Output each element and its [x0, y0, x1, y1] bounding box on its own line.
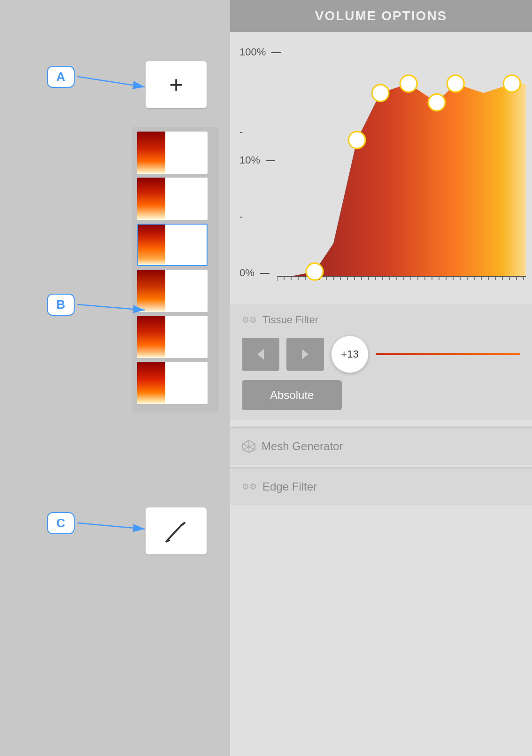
svg-line-53 — [181, 523, 185, 525]
previous-button[interactable] — [242, 338, 279, 371]
right-arrow-icon — [298, 347, 312, 361]
y-label-0: 0% — [239, 267, 270, 279]
y-label-100: 100% — [239, 46, 281, 58]
right-panel: VOLUME OPTIONS 100% - 10% - 0% — [230, 0, 532, 756]
edge-filter-section: ⚙⚙ Edge Filter — [230, 468, 532, 505]
filter-slider[interactable] — [376, 353, 520, 355]
tissue-filter-label: Tissue Filter — [262, 314, 318, 326]
absolute-button[interactable]: Absolute — [242, 380, 342, 410]
colormap-strip-6[interactable] — [137, 362, 208, 404]
svg-marker-47 — [302, 349, 308, 359]
colormap-strip-2[interactable] — [137, 178, 208, 220]
colormap-strip-5[interactable] — [137, 316, 208, 358]
svg-point-39 — [306, 263, 323, 280]
edit-button[interactable] — [146, 507, 207, 554]
next-button[interactable] — [286, 338, 324, 371]
colormap-strip-1[interactable] — [137, 132, 208, 174]
svg-marker-46 — [257, 349, 264, 359]
value-display: +13 — [331, 335, 369, 373]
add-button[interactable]: + — [146, 61, 207, 108]
chart-area: 100% - 10% - 0% — [230, 41, 532, 304]
y-label-dash2: - — [239, 210, 243, 223]
svg-point-45 — [503, 75, 520, 92]
mesh-generator-label: Mesh Generator — [262, 440, 343, 453]
header-title: VOLUME OPTIONS — [315, 8, 447, 23]
left-arrow-icon — [254, 347, 268, 361]
svg-point-43 — [428, 94, 445, 111]
svg-point-44 — [447, 75, 464, 92]
mesh-generator-title: Mesh Generator — [242, 439, 520, 453]
svg-point-41 — [372, 85, 389, 101]
volume-options-header: VOLUME OPTIONS — [230, 0, 532, 32]
annotation-c: C — [47, 512, 75, 534]
add-icon: + — [169, 71, 183, 98]
svg-text:0: 0 — [415, 280, 420, 281]
annotation-a: A — [47, 66, 75, 88]
tissue-filter-title: ⚙⚙ Tissue Filter — [242, 314, 520, 326]
tissue-filter-icon: ⚙⚙ — [242, 315, 257, 325]
y-label-10: 10% — [239, 154, 275, 166]
colormap-strip-3[interactable] — [137, 224, 208, 266]
colormap-strip-4[interactable] — [137, 270, 208, 312]
svg-point-42 — [400, 75, 417, 92]
mesh-generator-section: Mesh Generator — [230, 427, 532, 465]
chart-svg: -1000 0 — [277, 46, 526, 281]
mesh-icon — [242, 439, 256, 453]
y-label-dash1: - — [239, 126, 243, 138]
edge-filter-label: Edge Filter — [262, 480, 317, 493]
annotation-b: B — [47, 294, 75, 316]
svg-line-52 — [168, 525, 181, 539]
tissue-filter-section: ⚙⚙ Tissue Filter +13 Absolute — [230, 304, 532, 420]
svg-point-40 — [348, 132, 365, 148]
tissue-filter-controls: +13 — [242, 335, 520, 373]
edge-filter-icon: ⚙⚙ — [242, 482, 257, 492]
edit-icon — [163, 518, 189, 544]
colormap-strips-panel — [132, 127, 218, 413]
edge-filter-title: ⚙⚙ Edge Filter — [242, 480, 520, 493]
